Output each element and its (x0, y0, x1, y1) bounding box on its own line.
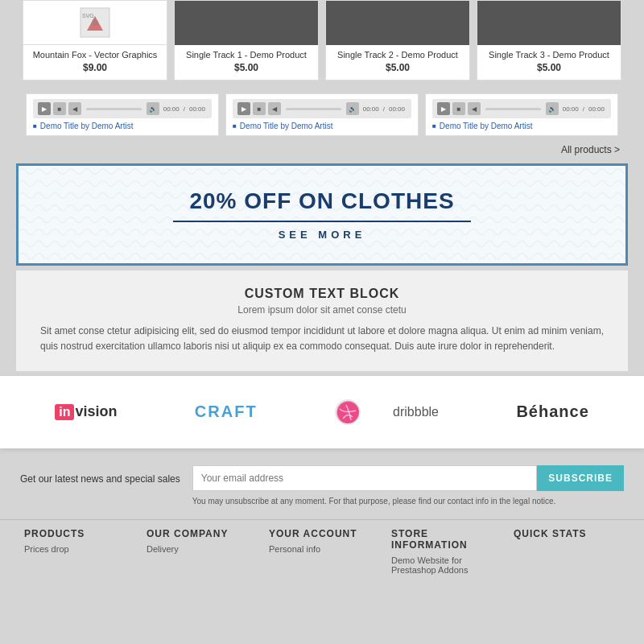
brand-craft[interactable]: CRAFT (195, 396, 258, 428)
audio-player-1: ▶ ■ ◀ 🔊 00:00 / 00:00 Demo Title by Demo… (26, 93, 219, 136)
brand-invision[interactable]: invision (55, 396, 117, 428)
all-products-bar: All products (0, 141, 644, 159)
custom-text-title: CUSTOM TEXT BLOCK (40, 287, 604, 301)
progress-bar-3[interactable] (485, 108, 541, 110)
product-thumb-3 (326, 1, 469, 45)
footer-col-item-personal[interactable]: Personal info (269, 544, 375, 554)
play-button-3[interactable]: ▶ (437, 102, 450, 115)
mute-button-3[interactable]: 🔊 (546, 102, 559, 115)
footer-col-products: PRODUCTS Prices drop (16, 528, 138, 575)
newsletter-section: Get our latest news and special sales SU… (0, 453, 644, 519)
banner-container: 20% OFF ON CLOTHES SEE MORE (16, 163, 628, 266)
product-price-1: $9.00 (23, 62, 167, 73)
products-section: SVG Mountain Fox - Vector Graphics $9.00… (0, 0, 644, 89)
footer-col-title-company: OUR COMPANY (147, 528, 253, 539)
newsletter-email-input[interactable] (192, 465, 538, 491)
footer-col-item-prices[interactable]: Prices drop (24, 544, 130, 554)
time-right-2: 00:00 (389, 105, 405, 113)
stop-button-1[interactable]: ■ (53, 102, 66, 115)
mute-button-1[interactable]: 🔊 (147, 102, 159, 115)
custom-text-subtitle: Lorem ipsum dolor sit amet conse ctetu (40, 304, 604, 316)
newsletter-form: SUBSCRIBE You may unsubscribe at any mom… (192, 465, 624, 507)
footer-col-account: YOUR ACCOUNT Personal info (261, 528, 383, 575)
product-name-4: Single Track 3 - Demo Product (481, 49, 617, 60)
banner-inner: 20% OFF ON CLOTHES SEE MORE (19, 166, 625, 263)
product-name-3: Single Track 2 - Demo Product (329, 49, 466, 60)
all-products-link[interactable]: All products (561, 144, 620, 155)
product-name-1: Mountain Fox - Vector Graphics (27, 49, 163, 60)
svg-point-3 (92, 19, 98, 26)
audio-section: ▶ ■ ◀ 🔊 00:00 / 00:00 Demo Title by Demo… (0, 89, 644, 141)
product-price-4: $5.00 (477, 62, 621, 73)
product-price-3: $5.00 (326, 62, 469, 73)
footer-col-company: OUR COMPANY Delivery (138, 528, 261, 575)
product-card-1[interactable]: SVG Mountain Fox - Vector Graphics $9.00 (23, 0, 167, 80)
stop-button-3[interactable]: ■ (452, 102, 465, 115)
brand-dribbble[interactable]: dribbble (335, 396, 439, 428)
newsletter-subscribe-button[interactable]: SUBSCRIBE (537, 465, 624, 491)
footer-col-store: STORE INFORMATION Demo Website for Prest… (383, 528, 506, 575)
product-card-2[interactable]: Single Track 1 - Demo Product $5.00 (174, 0, 319, 80)
product-thumb-2 (175, 1, 318, 45)
progress-bar-2[interactable] (286, 108, 341, 110)
custom-text-body: Sit amet conse ctetur adipisicing elit, … (40, 324, 604, 354)
stop-button-2[interactable]: ■ (253, 102, 266, 115)
custom-text-section: CUSTOM TEXT BLOCK Lorem ipsum dolor sit … (16, 270, 628, 370)
audio-controls-2: ▶ ■ ◀ 🔊 00:00 / 00:00 (233, 99, 411, 118)
footer-section: PRODUCTS Prices drop OUR COMPANY Deliver… (0, 519, 644, 575)
footer-col-item-demo: Demo Website for Prestashop Addons (391, 555, 497, 575)
volume-button-2[interactable]: ◀ (268, 102, 281, 115)
product-price-2: $5.00 (175, 62, 318, 73)
play-button-2[interactable]: ▶ (237, 102, 250, 115)
volume-button-3[interactable]: ◀ (468, 102, 481, 115)
footer-col-title-products: PRODUCTS (24, 528, 130, 539)
product-name-2: Single Track 1 - Demo Product (178, 49, 315, 60)
progress-bar-1[interactable] (86, 108, 142, 110)
product-thumb-4 (477, 1, 621, 45)
footer-col-stats: Quick Stats (506, 528, 628, 575)
banner-title: 20% OFF ON CLOTHES (51, 188, 593, 214)
product-card-4[interactable]: Single Track 3 - Demo Product $5.00 (477, 0, 621, 80)
banner-sub: SEE MORE (51, 229, 593, 241)
products-grid: SVG Mountain Fox - Vector Graphics $9.00… (16, 0, 628, 80)
footer-col-title-stats: Quick Stats (514, 528, 620, 539)
product-thumb-1: SVG (23, 1, 167, 45)
newsletter-input-row: SUBSCRIBE (192, 465, 624, 491)
newsletter-note: You may unsubscribe at any moment. For t… (192, 495, 624, 507)
brand-behance[interactable]: Béhance (516, 396, 588, 428)
time-left-2: 00:00 (363, 105, 379, 113)
track-info-2: Demo Title by Demo Artist (233, 122, 411, 130)
time-left-1: 00:00 (163, 105, 180, 113)
footer-col-title-store: STORE INFORMATION (391, 528, 497, 551)
footer-col-item-delivery[interactable]: Delivery (147, 544, 253, 554)
banner-divider (173, 221, 472, 222)
time-right-1: 00:00 (189, 105, 205, 113)
play-button-1[interactable]: ▶ (38, 102, 51, 115)
dribbble-icon (335, 399, 361, 425)
brands-section: invision CRAFT dribbble Béhance (0, 376, 644, 448)
mute-button-2[interactable]: 🔊 (346, 102, 359, 115)
time-left-3: 00:00 (563, 105, 579, 113)
newsletter-label: Get our latest news and special sales (20, 465, 180, 485)
track-info-1: Demo Title by Demo Artist (33, 122, 212, 130)
footer-col-title-account: YOUR ACCOUNT (269, 528, 375, 539)
audio-player-3: ▶ ■ ◀ 🔊 00:00 / 00:00 Demo Title by Demo… (425, 93, 618, 136)
vector-graphic-icon: SVG (79, 6, 111, 39)
product-card-3[interactable]: Single Track 2 - Demo Product $5.00 (325, 0, 470, 80)
svg-text:SVG: SVG (82, 13, 94, 19)
time-right-3: 00:00 (588, 105, 605, 113)
audio-controls-1: ▶ ■ ◀ 🔊 00:00 / 00:00 (33, 99, 212, 118)
audio-controls-3: ▶ ■ ◀ 🔊 00:00 / 00:00 (432, 99, 611, 118)
audio-player-2: ▶ ■ ◀ 🔊 00:00 / 00:00 Demo Title by Demo… (225, 93, 419, 136)
track-info-3: Demo Title by Demo Artist (432, 122, 611, 130)
volume-button-1[interactable]: ◀ (68, 102, 81, 115)
